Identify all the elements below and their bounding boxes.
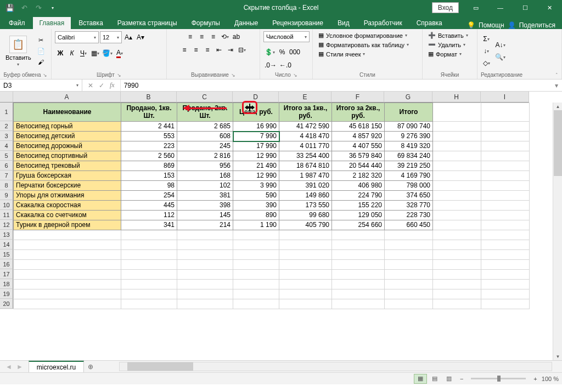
row-header-5[interactable]: 5 [0, 151, 13, 161]
decrease-decimal-icon[interactable]: ←.0 [278, 60, 293, 71]
cancel-icon[interactable]: ✕ [88, 82, 93, 89]
expand-formula-icon[interactable]: ▾ [551, 79, 562, 91]
column-header-B[interactable]: B [121, 92, 177, 103]
cell[interactable] [14, 250, 121, 260]
italic-button[interactable]: К [66, 48, 77, 59]
zoom-in-icon[interactable]: + [533, 376, 537, 382]
cell[interactable] [177, 260, 233, 270]
row-header-19[interactable]: 19 [0, 289, 13, 299]
cell[interactable]: 36 579 840 [332, 151, 385, 161]
cell[interactable] [433, 250, 481, 260]
cell[interactable] [433, 201, 481, 211]
row-header-14[interactable]: 14 [0, 240, 13, 249]
column-header-H[interactable]: H [432, 92, 481, 103]
cell[interactable]: 2 560 [121, 151, 177, 161]
cell[interactable]: 39 219 250 [385, 161, 433, 171]
cell[interactable] [332, 240, 385, 250]
cell[interactable]: 956 [177, 161, 233, 171]
align-middle-icon[interactable]: ≡ [196, 31, 207, 42]
cell[interactable] [233, 270, 279, 280]
cell[interactable] [481, 270, 530, 280]
cell[interactable] [433, 191, 481, 201]
cell[interactable] [14, 280, 121, 289]
cell[interactable] [433, 260, 481, 270]
cell[interactable] [433, 270, 481, 280]
cell[interactable] [177, 280, 233, 289]
cell[interactable] [433, 220, 481, 230]
fill-color-icon[interactable]: 🪣▾ [101, 48, 114, 59]
insert-cells-button[interactable]: ➕Вставить▾ [426, 31, 470, 39]
cell[interactable] [332, 270, 385, 280]
font-color-icon[interactable]: А▾ [114, 48, 125, 59]
cell[interactable] [332, 230, 385, 240]
cell[interactable] [332, 280, 385, 289]
cell[interactable] [121, 270, 177, 280]
row-header-3[interactable]: 3 [0, 131, 13, 141]
sort-filter-icon[interactable]: A↓▾ [494, 39, 507, 50]
align-left-icon[interactable]: ≡ [179, 44, 190, 55]
cell[interactable] [481, 151, 530, 161]
sheet-prev-icon[interactable]: ◄ [5, 363, 12, 371]
cell[interactable] [433, 151, 481, 161]
cell[interactable]: 41 472 590 [279, 122, 332, 132]
cell[interactable] [121, 289, 177, 299]
dialog-launcher-icon[interactable]: ↘ [231, 72, 235, 78]
cell[interactable]: 20 544 440 [332, 161, 385, 171]
row-header-17[interactable]: 17 [0, 269, 13, 279]
cell[interactable]: 398 [177, 201, 233, 211]
cell[interactable]: 381 [177, 191, 233, 201]
cell[interactable] [433, 141, 481, 151]
cell[interactable] [385, 270, 433, 280]
conditional-formatting-button[interactable]: ▦Условное форматирование▾ [316, 31, 409, 39]
format-painter-icon[interactable]: 🖌 [36, 57, 47, 67]
cell[interactable]: 1 987 470 [279, 171, 332, 181]
row-header-15[interactable]: 15 [0, 249, 13, 259]
cell[interactable] [121, 260, 177, 270]
cell[interactable]: 4 857 920 [332, 132, 385, 141]
name-box[interactable]: D3▾ [0, 79, 82, 91]
dialog-launcher-icon[interactable]: ↘ [117, 72, 121, 78]
column-header-A[interactable]: A [13, 92, 121, 103]
cell[interactable] [121, 280, 177, 289]
fx-icon[interactable]: fx [110, 81, 115, 89]
row-header-20[interactable]: 20 [0, 299, 13, 309]
format-as-table-button[interactable]: ▦Форматировать как таблицу▾ [316, 41, 411, 49]
cell[interactable] [481, 103, 530, 122]
zoom-out-icon[interactable]: − [460, 376, 463, 382]
cells-area[interactable]: НаименованиеПродано, 1кв. Шт.Продано, 2к… [13, 103, 530, 309]
cell[interactable]: Перчатки боксерские [14, 181, 121, 191]
cell[interactable] [481, 141, 530, 151]
cell[interactable] [14, 230, 121, 240]
cell[interactable]: Велосипед детский [14, 132, 121, 141]
horizontal-scrollbar[interactable] [119, 362, 552, 371]
zoom-slider[interactable] [471, 378, 526, 379]
cell[interactable]: 112 [121, 211, 177, 220]
copy-icon[interactable]: 📄 [36, 46, 47, 56]
tab-view[interactable]: Вид [331, 17, 356, 29]
tab-layout[interactable]: Разметка страницы [111, 17, 184, 29]
cell-styles-button[interactable]: ▦Стили ячеек▾ [316, 50, 367, 58]
border-icon[interactable]: ▦▾ [89, 48, 100, 59]
cell[interactable] [481, 230, 530, 240]
cell[interactable]: 173 550 [279, 201, 332, 211]
row-header-4[interactable]: 4 [0, 141, 13, 151]
column-header-F[interactable]: F [331, 92, 384, 103]
align-right-icon[interactable]: ≡ [202, 44, 213, 55]
maximize-icon[interactable]: ☐ [513, 0, 537, 15]
cell[interactable] [481, 201, 530, 211]
cell[interactable] [481, 260, 530, 270]
cell[interactable] [481, 191, 530, 201]
formula-input[interactable]: 7990 [121, 79, 551, 91]
cell[interactable] [481, 289, 530, 299]
scroll-up-icon[interactable]: ▲ [553, 103, 562, 110]
cell[interactable]: 33 254 400 [279, 151, 332, 161]
tab-insert[interactable]: Вставка [72, 17, 110, 29]
cell[interactable]: 245 [177, 141, 233, 151]
cell[interactable]: 2 816 [177, 151, 233, 161]
cell[interactable] [433, 230, 481, 240]
collapse-ribbon-icon[interactable]: ˄ [555, 72, 558, 78]
cell[interactable]: 405 790 [279, 220, 332, 230]
cell[interactable]: 214 [177, 220, 233, 230]
cell[interactable] [481, 132, 530, 141]
cell[interactable] [433, 299, 481, 309]
